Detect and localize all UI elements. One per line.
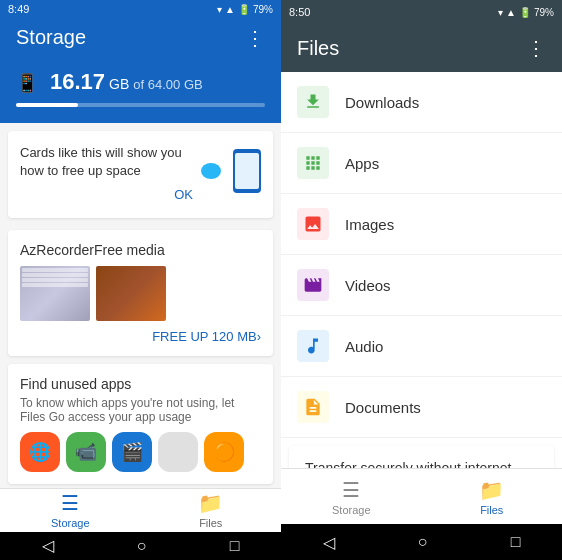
thumb-screen-1 (20, 266, 90, 321)
status-icons-left: ▾ ▲ 🔋 79% (217, 4, 273, 15)
files-nav-icon-right: 📁 (479, 478, 504, 502)
info-card-illustration (201, 149, 261, 199)
azrecorder-title: AzRecorderFree media (20, 242, 261, 258)
signal-icon-right: ▲ (506, 7, 516, 18)
device-icon: 📱 (16, 72, 38, 94)
nav-storage-right[interactable]: ☰ Storage (281, 469, 422, 524)
thumb-screen-2 (96, 266, 166, 321)
wifi-icon-right: ▾ (498, 7, 503, 18)
storage-nav-label: Storage (51, 517, 90, 529)
downloads-label: Downloads (345, 94, 419, 111)
downloads-icon (297, 86, 329, 118)
thumbnails-row (20, 266, 261, 321)
top-bar-left: Storage ⋮ (0, 19, 281, 57)
info-card-text: Cards like this will show you how to fre… (20, 145, 182, 178)
file-item-audio[interactable]: Audio (281, 316, 562, 377)
storage-nav-icon: ☰ (61, 491, 79, 515)
file-item-apps[interactable]: Apps (281, 133, 562, 194)
chevron-right-icon: › (257, 329, 261, 344)
status-bar-left: 8:49 ▾ ▲ 🔋 79% (0, 0, 281, 19)
system-nav-right: ◁ ○ □ (281, 524, 562, 560)
page-title-right: Files (297, 37, 339, 60)
audio-label: Audio (345, 338, 383, 355)
images-label: Images (345, 216, 394, 233)
storage-bar-fill (16, 103, 78, 107)
status-bar-right: 8:50 ▾ ▲ 🔋 79% (281, 0, 562, 24)
nav-files-left[interactable]: 📁 Files (141, 489, 282, 532)
left-panel: 8:49 ▾ ▲ 🔋 79% Storage ⋮ 📱 16.17 GB of 6… (0, 0, 281, 560)
file-item-images[interactable]: Images (281, 194, 562, 255)
battery-icon: 🔋 (238, 4, 250, 15)
nav-files-right[interactable]: 📁 Files (422, 469, 563, 524)
files-list: Downloads Apps Images Videos Audio (281, 72, 562, 468)
time-right: 8:50 (289, 6, 310, 18)
bottom-nav-right: ☰ Storage 📁 Files (281, 468, 562, 524)
documents-label: Documents (345, 399, 421, 416)
phone-screen (235, 153, 259, 189)
transfer-title: Transfer securely without internet (305, 460, 538, 468)
apps-row: 🌐 📹 🎬 🟠 (20, 432, 261, 472)
audio-icon (297, 330, 329, 362)
app-icon-1: 🌐 (20, 432, 60, 472)
images-icon (297, 208, 329, 240)
videos-label: Videos (345, 277, 391, 294)
app-icon-2: 📹 (66, 432, 106, 472)
azrecorder-card: AzRecorderFree media FREE UP 120 MB › (8, 230, 273, 356)
storage-nav-label-right: Storage (332, 504, 371, 516)
free-up-button[interactable]: FREE UP 120 MB › (20, 329, 261, 344)
file-item-downloads[interactable]: Downloads (281, 72, 562, 133)
transfer-card: Transfer securely without internet Fast … (289, 446, 554, 468)
thumbnail-2 (96, 266, 166, 321)
menu-icon-left[interactable]: ⋮ (245, 26, 265, 50)
unused-apps-card: Find unused apps To know which apps you'… (8, 364, 273, 484)
time-left: 8:49 (8, 3, 29, 15)
storage-used: 16.17 (50, 69, 105, 95)
apps-label: Apps (345, 155, 379, 172)
arrow-shape (201, 163, 221, 179)
file-item-documents[interactable]: Documents (281, 377, 562, 438)
info-card-content: Cards like this will show you how to fre… (20, 143, 201, 206)
files-nav-label-right: Files (480, 504, 503, 516)
nav-storage-left[interactable]: ☰ Storage (0, 489, 141, 532)
videos-icon (297, 269, 329, 301)
storage-card: 📱 16.17 GB of 64.00 GB (0, 57, 281, 123)
battery-percent-left: 79% (253, 4, 273, 15)
back-button-left[interactable]: ◁ (42, 536, 54, 555)
documents-icon (297, 391, 329, 423)
bottom-nav-left: ☰ Storage 📁 Files (0, 488, 281, 532)
apps-icon (297, 147, 329, 179)
files-nav-icon: 📁 (198, 491, 223, 515)
info-card: Cards like this will show you how to fre… (8, 131, 273, 218)
battery-icon-right: 🔋 (519, 7, 531, 18)
storage-total: of 64.00 GB (133, 77, 202, 92)
wifi-icon: ▾ (217, 4, 222, 15)
thumbnail-1 (20, 266, 90, 321)
app-icon-3: 🎬 (112, 432, 152, 472)
signal-icon: ▲ (225, 4, 235, 15)
app-icon-5: 🟠 (204, 432, 244, 472)
right-panel: 8:50 ▾ ▲ 🔋 79% Files ⋮ Downloads Apps (281, 0, 562, 560)
app-icon-4 (158, 432, 198, 472)
ok-button[interactable]: OK (20, 183, 201, 206)
files-nav-label: Files (199, 517, 222, 529)
status-icons-right: ▾ ▲ 🔋 79% (498, 7, 554, 18)
storage-unit: GB (109, 76, 129, 92)
menu-icon-right[interactable]: ⋮ (526, 36, 546, 60)
storage-nav-icon-right: ☰ (342, 478, 360, 502)
unused-title: Find unused apps (20, 376, 261, 392)
home-button-left[interactable]: ○ (137, 537, 147, 555)
unused-desc: To know which apps you're not using, let… (20, 396, 261, 424)
back-button-right[interactable]: ◁ (323, 533, 335, 552)
recents-button-right[interactable]: □ (511, 533, 521, 551)
page-title-left: Storage (16, 26, 86, 49)
recents-button-left[interactable]: □ (230, 537, 240, 555)
storage-amount-row: 📱 16.17 GB of 64.00 GB (16, 69, 265, 95)
home-button-right[interactable]: ○ (418, 533, 428, 551)
battery-percent-right: 79% (534, 7, 554, 18)
top-bar-right: Files ⋮ (281, 24, 562, 72)
storage-bar-bg (16, 103, 265, 107)
file-item-videos[interactable]: Videos (281, 255, 562, 316)
system-nav-left: ◁ ○ □ (0, 532, 281, 560)
